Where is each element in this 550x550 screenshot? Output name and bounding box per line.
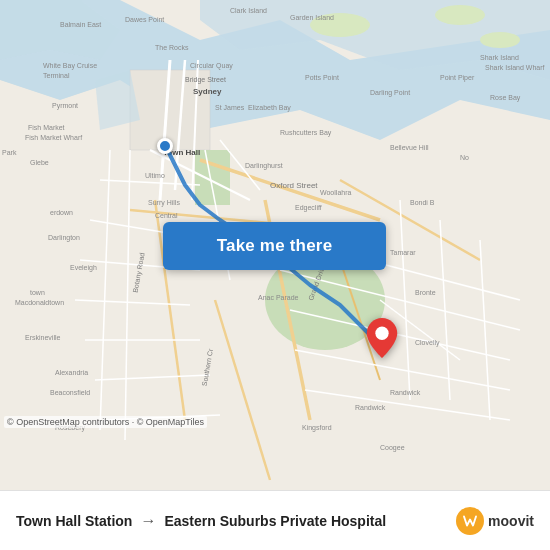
svg-text:Randwick: Randwick: [390, 389, 421, 396]
svg-text:Edgecliff: Edgecliff: [295, 204, 322, 212]
origin-station: Town Hall Station: [16, 513, 132, 529]
map-attribution: © OpenStreetMap contributors · © OpenMap…: [4, 416, 207, 428]
svg-text:Sydney: Sydney: [193, 87, 222, 96]
svg-text:Ultimo: Ultimo: [145, 172, 165, 179]
svg-text:Rushcutters Bay: Rushcutters Bay: [280, 129, 332, 137]
svg-text:Glebe: Glebe: [30, 159, 49, 166]
svg-text:Central: Central: [155, 212, 178, 219]
svg-text:Circular Quay: Circular Quay: [190, 62, 233, 70]
svg-text:Beaconsfield: Beaconsfield: [50, 389, 90, 396]
svg-text:Pyrmont: Pyrmont: [52, 102, 78, 110]
moovit-icon: [456, 507, 484, 535]
svg-point-97: [375, 327, 388, 340]
svg-text:Bellevue Hill: Bellevue Hill: [390, 144, 429, 151]
svg-text:Anac Parade: Anac Parade: [258, 294, 299, 301]
svg-point-38: [480, 32, 520, 48]
svg-text:Balmain East: Balmain East: [60, 21, 101, 28]
svg-text:Shark Island Wharf: Shark Island Wharf: [485, 64, 545, 71]
svg-text:Point Piper: Point Piper: [440, 74, 475, 82]
route-info: Town Hall Station → Eastern Suburbs Priv…: [16, 512, 386, 530]
svg-text:Bondi B: Bondi B: [410, 199, 435, 206]
svg-text:St James: St James: [215, 104, 245, 111]
svg-text:town: town: [30, 289, 45, 296]
footer-bar: Town Hall Station → Eastern Suburbs Priv…: [0, 490, 550, 550]
origin-marker: [157, 138, 173, 154]
svg-text:Eveleigh: Eveleigh: [70, 264, 97, 272]
svg-point-37: [435, 5, 485, 25]
svg-text:White Bay Cruise: White Bay Cruise: [43, 62, 97, 70]
svg-text:Elizabeth Bay: Elizabeth Bay: [248, 104, 291, 112]
svg-text:Darling Point: Darling Point: [370, 89, 410, 97]
destination-hospital: Eastern Suburbs Private Hospital: [164, 513, 386, 529]
svg-text:Kingsford: Kingsford: [302, 424, 332, 432]
map-container: The Rocks Circular Quay Bridge Street Sy…: [0, 0, 550, 490]
svg-text:erdown: erdown: [50, 209, 73, 216]
svg-text:Bridge Street: Bridge Street: [185, 76, 226, 84]
arrow-icon: →: [140, 512, 156, 530]
svg-text:Potts Point: Potts Point: [305, 74, 339, 81]
svg-text:Alexandria: Alexandria: [55, 369, 88, 376]
svg-text:The Rocks: The Rocks: [155, 44, 189, 51]
svg-text:No: No: [460, 154, 469, 161]
svg-text:Fish Market Wharf: Fish Market Wharf: [25, 134, 82, 141]
destination-marker: [366, 318, 398, 362]
svg-text:Coogee: Coogee: [380, 444, 405, 452]
svg-text:Clark Island: Clark Island: [230, 7, 267, 14]
svg-text:Rose Bay: Rose Bay: [490, 94, 521, 102]
svg-text:Fish Market: Fish Market: [28, 124, 65, 131]
svg-text:Terminal: Terminal: [43, 72, 70, 79]
svg-text:Clovelly: Clovelly: [415, 339, 440, 347]
take-me-there-button[interactable]: Take me there: [163, 222, 386, 270]
svg-text:Oxford Street: Oxford Street: [270, 181, 318, 190]
svg-text:Dawes Point: Dawes Point: [125, 16, 164, 23]
svg-text:Randwick: Randwick: [355, 404, 386, 411]
svg-text:Bronte: Bronte: [415, 289, 436, 296]
svg-text:Darlington: Darlington: [48, 234, 80, 242]
svg-text:Darlinghurst: Darlinghurst: [245, 162, 283, 170]
svg-text:Macdonaldtown: Macdonaldtown: [15, 299, 64, 306]
moovit-logo: moovit: [456, 507, 534, 535]
svg-rect-3: [195, 150, 230, 205]
svg-text:Woollahra: Woollahra: [320, 189, 351, 196]
moovit-text: moovit: [488, 513, 534, 529]
svg-text:Park: Park: [2, 149, 17, 156]
svg-text:Tamarar: Tamarar: [390, 249, 416, 256]
svg-text:Erskineville: Erskineville: [25, 334, 61, 341]
svg-text:Garden Island: Garden Island: [290, 14, 334, 21]
svg-text:Surry Hills: Surry Hills: [148, 199, 180, 207]
svg-text:Shark Island: Shark Island: [480, 54, 519, 61]
